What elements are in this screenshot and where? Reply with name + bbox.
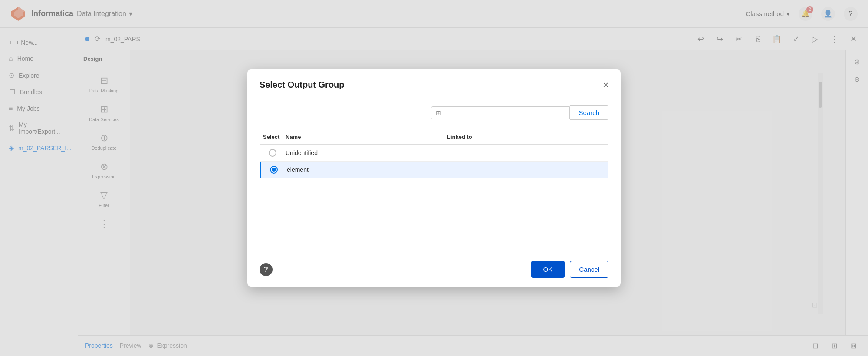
search-button[interactable]: Search — [570, 105, 608, 120]
dialog-body: ⊞ Search Select Name Linked to — [247, 97, 621, 252]
col-name-header: Name — [286, 134, 447, 140]
radio-element[interactable] — [261, 166, 287, 174]
dialog-title: Select Output Group — [260, 80, 345, 90]
search-row: ⊞ Search — [260, 105, 608, 120]
radio-inner — [272, 168, 276, 172]
table-divider — [260, 184, 608, 184]
search-input-wrap: ⊞ — [431, 106, 570, 119]
table-row-selected[interactable]: element — [260, 162, 608, 178]
dialog-header: Select Output Group × — [247, 69, 621, 97]
cell-name-element: element — [287, 166, 448, 173]
footer-buttons: OK Cancel — [531, 261, 608, 278]
cancel-button[interactable]: Cancel — [570, 261, 608, 278]
search-icon: ⊞ — [436, 109, 441, 116]
select-output-group-dialog: Select Output Group × ⊞ Search Select Na… — [247, 69, 621, 287]
help-button[interactable]: ? — [260, 263, 273, 276]
search-input[interactable] — [444, 109, 565, 116]
radio-unidentified[interactable] — [260, 149, 286, 157]
cell-name-unidentified: Unidentified — [286, 149, 447, 156]
dialog-footer: ? OK Cancel — [247, 252, 621, 287]
ok-button[interactable]: OK — [531, 261, 565, 278]
dialog-close-button[interactable]: × — [603, 80, 608, 90]
radio-button-element[interactable] — [270, 166, 278, 174]
app-background: Informatica Data Integration ▾ Classmeth… — [0, 0, 868, 356]
results-table: Select Name Linked to Unidentified — [260, 130, 608, 244]
radio-button-unidentified[interactable] — [269, 149, 276, 157]
col-select-header: Select — [260, 134, 286, 140]
col-linked-header: Linked to — [447, 134, 608, 140]
table-row[interactable]: Unidentified — [260, 145, 608, 162]
table-header: Select Name Linked to — [260, 130, 608, 145]
